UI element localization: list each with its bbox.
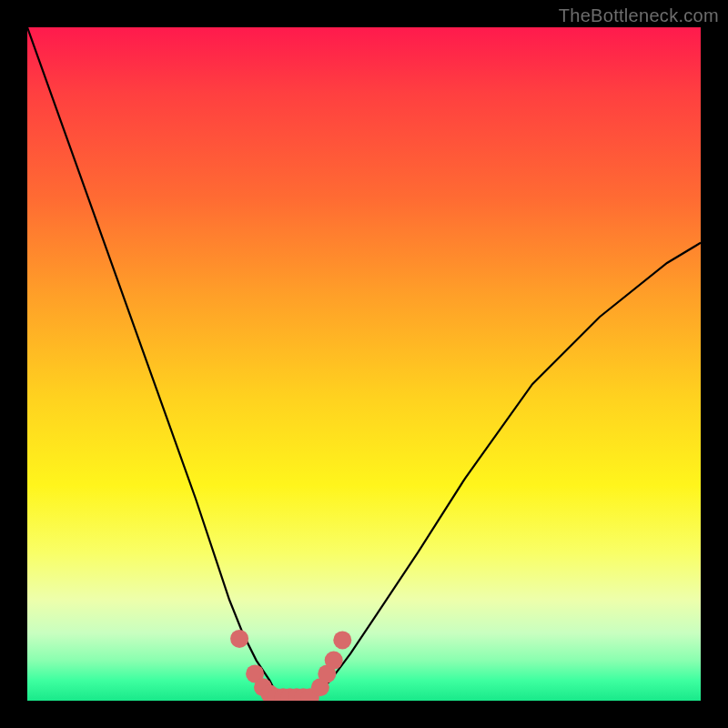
marker-dot xyxy=(230,630,248,648)
bottleneck-curve xyxy=(27,27,701,701)
chart-svg xyxy=(27,27,701,701)
marker-dot xyxy=(333,631,351,649)
marker-dot xyxy=(325,652,343,670)
watermark-text: TheBottleneck.com xyxy=(559,5,719,26)
chart-frame: TheBottleneck.com xyxy=(0,0,728,728)
plot-area xyxy=(27,27,701,701)
bottom-marker-group xyxy=(230,630,351,701)
